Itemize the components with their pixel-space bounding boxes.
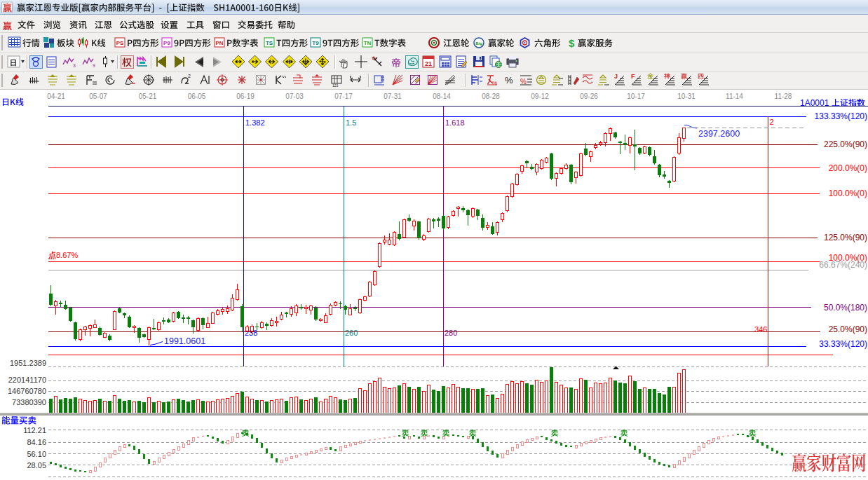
svg-text:9: 9 [93,63,95,68]
svg-text:66.67%(240): 66.67%(240) [819,260,867,270]
svg-text:8.67%: 8.67% [56,251,78,259]
svg-text:10-31: 10-31 [677,92,696,100]
svg-text:1991.0601: 1991.0601 [164,336,205,346]
svg-text:04-21: 04-21 [47,92,65,100]
svg-text:10-17: 10-17 [627,92,645,100]
svg-text:11-14: 11-14 [726,92,743,100]
svg-text:125.0%(90): 125.0%(90) [824,233,867,242]
svg-text:50.0%(180): 50.0%(180) [824,303,867,313]
svg-text:P9: P9 [163,40,170,46]
svg-text:200.0%(0): 200.0%(0) [829,163,867,173]
svg-text:PS: PS [116,40,124,46]
svg-text:2: 2 [188,74,191,78]
svg-text:PN: PN [215,40,223,46]
svg-text:1951.2389: 1951.2389 [10,359,46,367]
svg-text:05-21: 05-21 [139,92,157,100]
svg-text:21: 21 [425,60,432,67]
svg-text:06-05: 06-05 [188,92,206,100]
svg-text:1.5: 1.5 [346,118,356,127]
svg-text:%: % [492,80,497,86]
svg-text:2397.2600: 2397.2600 [698,129,740,139]
svg-text:28.05: 28.05 [27,461,46,469]
svg-text:25.0%(90): 25.0%(90) [829,324,867,334]
svg-text:J: J [614,73,618,80]
svg-text:08-14: 08-14 [433,92,451,100]
svg-text:07-31: 07-31 [384,92,402,100]
svg-text:33.33%(120): 33.33%(120) [819,339,867,349]
svg-text:Big: Big [475,41,482,46]
svg-text:05-07: 05-07 [89,92,107,100]
svg-text:225.0%(90): 225.0%(90) [824,139,867,149]
svg-text:73380390: 73380390 [12,398,46,406]
svg-text:09-12: 09-12 [531,92,549,100]
svg-text:1.382: 1.382 [245,118,265,127]
svg-text:3: 3 [73,63,76,68]
svg-text:133.33%(120): 133.33%(120) [815,111,867,121]
svg-text:06-19: 06-19 [236,92,255,100]
svg-text:56.10: 56.10 [27,450,46,458]
svg-text:09-26: 09-26 [580,92,598,100]
svg-text:100.0%(0): 100.0%(0) [829,188,867,198]
svg-text:F: F [631,73,635,80]
svg-text:112.21: 112.21 [23,426,46,434]
svg-text:1.618: 1.618 [445,118,465,127]
svg-text:08-28: 08-28 [482,92,500,100]
svg-text:T9: T9 [312,40,319,46]
svg-text:260: 260 [345,329,358,337]
svg-text:220141170: 220141170 [8,376,46,384]
svg-text:%: % [520,78,527,85]
svg-text:11-28: 11-28 [775,92,792,100]
svg-text:280: 280 [445,329,457,337]
svg-text:146760780: 146760780 [8,387,46,395]
svg-text:84.16: 84.16 [27,438,46,446]
svg-text:123: 123 [332,83,339,88]
svg-text:07-03: 07-03 [285,92,304,100]
svg-text:2: 2 [770,118,774,126]
svg-text:$: $ [569,37,575,49]
svg-text:346: 346 [754,325,767,334]
svg-text:TS: TS [266,40,273,46]
svg-text:TN: TN [364,40,372,46]
svg-text:07-17: 07-17 [334,92,353,100]
svg-text:%: % [505,75,513,85]
